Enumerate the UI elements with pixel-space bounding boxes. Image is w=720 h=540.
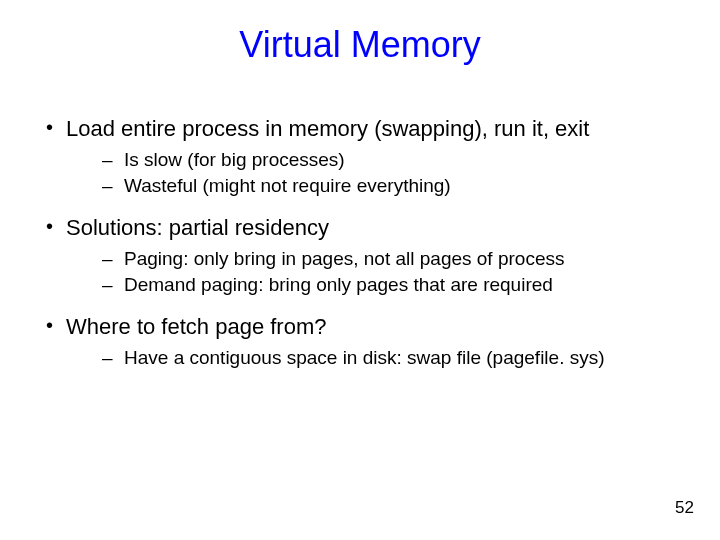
page-number: 52 xyxy=(675,498,694,518)
sub-bullet-item: Wasteful (might not require everything) xyxy=(40,174,680,199)
sub-bullet-item: Have a contiguous space in disk: swap fi… xyxy=(40,346,680,371)
bullet-item: Solutions: partial residency xyxy=(40,213,680,243)
bullet-item: Where to fetch page from? xyxy=(40,312,680,342)
sub-bullet-item: Demand paging: bring only pages that are… xyxy=(40,273,680,298)
bullet-item: Load entire process in memory (swapping)… xyxy=(40,114,680,144)
slide-title: Virtual Memory xyxy=(40,24,680,66)
slide-content: Load entire process in memory (swapping)… xyxy=(40,114,680,371)
sub-bullet-item: Is slow (for big processes) xyxy=(40,148,680,173)
sub-bullet-item: Paging: only bring in pages, not all pag… xyxy=(40,247,680,272)
slide: Virtual Memory Load entire process in me… xyxy=(0,0,720,540)
